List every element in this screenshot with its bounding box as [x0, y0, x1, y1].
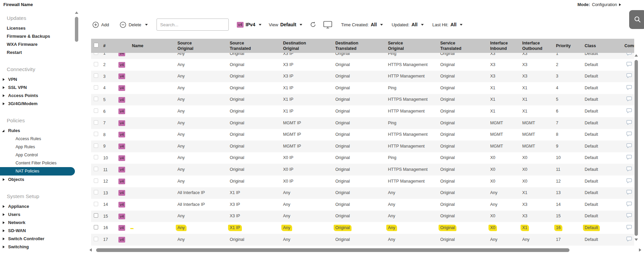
row-checkbox[interactable] [94, 53, 98, 55]
col-header-interface-outbound[interactable]: Interface Outbound [520, 40, 554, 52]
sidebar-item-3g-4g-modem[interactable]: 3G/4G/Modem [0, 100, 79, 108]
scroll-right-icon[interactable] [639, 248, 641, 252]
row-checkbox[interactable] [94, 237, 98, 241]
row-checkbox[interactable] [94, 144, 98, 148]
comment-bubble-icon[interactable] [626, 178, 632, 183]
sidebar-item-app-rules[interactable]: App Rules [0, 143, 79, 151]
row-checkbox[interactable] [94, 190, 98, 194]
sidebar-item-firmware-backups[interactable]: Firmware & Backups [0, 32, 79, 40]
horizontal-scrollbar-thumb[interactable] [96, 248, 569, 252]
row-checkbox[interactable] [94, 202, 98, 206]
comment-bubble-icon[interactable] [626, 143, 632, 148]
col-header-destination-original[interactable]: Destination Original [281, 40, 333, 52]
comment-bubble-icon[interactable] [626, 225, 632, 230]
col-header-name[interactable]: Name [130, 43, 175, 49]
sidebar-item-vpn[interactable]: VPN [0, 75, 79, 84]
table-row[interactable]: 11 v4 Any Original X0 IP Original HTTPS … [91, 164, 634, 176]
table-row[interactable]: 5 v4 Any Original X1 IP Original HTTPS M… [91, 94, 634, 106]
mode-selector[interactable]: Mode: Configuration [578, 2, 621, 7]
row-checkbox[interactable] [94, 179, 98, 183]
col-header-source-translated[interactable]: Source Translated [228, 40, 281, 52]
sidebar-scrollbar-thumb[interactable] [75, 17, 78, 42]
col-header-destination-translated[interactable]: Destination Translated [333, 40, 386, 52]
table-row[interactable]: 15 v4 Any X3 IP Any Original Any Origina… [91, 211, 634, 222]
sidebar-item-ssl-vpn[interactable]: SSL VPN [0, 84, 79, 92]
scroll-up-icon[interactable] [635, 54, 638, 57]
sidebar-item-access-rules[interactable]: Access Rules [0, 135, 79, 143]
table-row[interactable]: 10 v4 Any Original X0 IP Original Ping O… [91, 152, 634, 164]
add-button[interactable]: Add [92, 22, 109, 28]
ip-version-selector[interactable]: v4 IPv4 [237, 22, 261, 28]
sidebar-item-restart[interactable]: Restart [0, 49, 79, 57]
last-hit-filter[interactable]: Last Hit: All [432, 22, 463, 27]
sidebar-item-network[interactable]: Network [0, 219, 79, 227]
refresh-button[interactable] [310, 21, 316, 28]
sidebar-item-content-filter-policies[interactable]: Content Filter Policies [0, 159, 79, 167]
global-search-button[interactable] [629, 10, 644, 29]
col-header-service-translated[interactable]: Service Translated [438, 40, 488, 52]
col-header-priority[interactable]: Priority [554, 43, 583, 49]
comment-bubble-icon[interactable] [626, 120, 632, 125]
row-checkbox[interactable] [94, 132, 98, 136]
sidebar-item-rules[interactable]: Rules [0, 127, 79, 135]
row-checkbox[interactable] [94, 167, 98, 171]
sidebar-item-appliance[interactable]: Appliance [0, 202, 79, 211]
row-checkbox[interactable] [94, 85, 98, 90]
comment-bubble-icon[interactable] [626, 62, 632, 67]
comment-bubble-icon[interactable] [626, 155, 632, 160]
scroll-down-icon[interactable] [635, 239, 638, 241]
search-input[interactable] [157, 19, 229, 31]
col-header-comment[interactable]: Comment [622, 43, 634, 49]
scroll-up-icon[interactable] [75, 11, 78, 14]
col-header-interface-inbound[interactable]: Interface Inbound [488, 40, 520, 52]
col-header-service-original[interactable]: Service Original [386, 40, 438, 52]
row-checkbox[interactable] [94, 213, 98, 218]
comment-bubble-icon[interactable] [626, 53, 632, 56]
table-row[interactable]: 9 v4 Any Original MGMT IP Original HTTP … [91, 140, 634, 152]
table-row[interactable]: 8 v4 Any Original MGMT IP Original HTTPS… [91, 129, 634, 141]
comment-bubble-icon[interactable] [626, 213, 632, 218]
sidebar-item-licenses[interactable]: Licenses [0, 24, 79, 32]
sidebar-item-nat-policies[interactable]: NAT Policies [0, 167, 75, 176]
select-all-checkbox[interactable] [94, 43, 99, 48]
sidebar-item-app-control[interactable]: App Control [0, 151, 79, 159]
table-horizontal-scrollbar[interactable] [89, 248, 644, 253]
comment-bubble-icon[interactable] [626, 190, 632, 195]
row-checkbox[interactable] [94, 225, 98, 229]
updated-filter[interactable]: Updated: All [392, 22, 424, 27]
sidebar-item-objects[interactable]: Objects [0, 176, 79, 184]
table-row[interactable]: 6 v4 Any Original X1 IP Original HTTP Ma… [91, 105, 634, 117]
sidebar-item-wxa-firmware[interactable]: WXA Firmware [0, 40, 79, 49]
row-checkbox[interactable] [94, 108, 98, 113]
sidebar-item-switching[interactable]: Switching [0, 243, 79, 251]
sidebar-item-users[interactable]: Users [0, 211, 79, 219]
table-row[interactable]: 14 v4 All Interface IP X3 IP Any Origina… [91, 199, 634, 211]
vertical-scrollbar-thumb[interactable] [635, 60, 638, 236]
row-checkbox[interactable] [94, 155, 98, 159]
comment-bubble-icon[interactable] [626, 96, 632, 101]
table-row[interactable]: 12 v4 Any Original X0 IP Original HTTP M… [91, 176, 634, 187]
row-checkbox[interactable] [94, 73, 98, 78]
comment-bubble-icon[interactable] [626, 73, 632, 78]
view-selector[interactable]: View Default [269, 22, 302, 27]
sidebar-scrollbar[interactable] [74, 10, 79, 253]
comment-bubble-icon[interactable] [626, 131, 632, 136]
display-settings-button[interactable] [323, 21, 332, 29]
col-header-number[interactable]: # [101, 43, 116, 49]
table-row[interactable]: 3 v4 Any Original X3 IP Original HTTP Ma… [91, 71, 634, 83]
comment-bubble-icon[interactable] [626, 85, 632, 90]
table-row[interactable]: 13 v4 All Interface IP X1 IP Any Origina… [91, 187, 634, 199]
comment-bubble-icon[interactable] [626, 166, 632, 171]
row-checkbox[interactable] [94, 97, 98, 101]
sidebar-item-access-points[interactable]: Access Points [0, 92, 79, 100]
table-row[interactable]: 17 v4 Any Original Any Original Any Orig… [91, 234, 634, 246]
table-row[interactable]: 7 v4 Any Original MGMT IP Original Ping … [91, 117, 634, 129]
time-created-filter[interactable]: Time Created: All [341, 22, 383, 27]
row-checkbox[interactable] [94, 120, 98, 125]
comment-bubble-icon[interactable] [626, 108, 632, 113]
sidebar-item-switch-controller[interactable]: Switch Controller [0, 235, 79, 243]
table-row[interactable]: 4 v4 Any Original X1 IP Original Ping Or… [91, 82, 634, 94]
comment-bubble-icon[interactable] [626, 236, 632, 242]
row-checkbox[interactable] [94, 62, 98, 66]
scroll-left-icon[interactable] [89, 248, 92, 252]
